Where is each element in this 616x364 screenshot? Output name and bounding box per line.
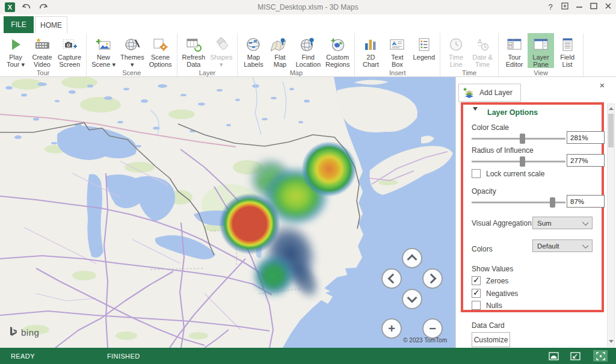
collapse-caret-icon[interactable] xyxy=(473,111,478,122)
colors-label: Colors xyxy=(472,245,493,253)
field-list-button[interactable]: FieldList xyxy=(554,33,581,68)
svg-text:A: A xyxy=(478,38,482,45)
close-button[interactable] xyxy=(603,2,614,13)
bing-logo: bing xyxy=(8,326,39,338)
find-location-button[interactable]: FindLocation xyxy=(293,33,323,68)
pan-down-button[interactable] xyxy=(402,289,422,309)
zoom-out-button[interactable]: − xyxy=(422,318,443,339)
time-line-button: TimeLine xyxy=(443,33,469,68)
ribbon-group-tour: PlayTour ▾ CreateVideo CaptureScreen Tou… xyxy=(0,33,87,76)
legend-button[interactable]: Legend xyxy=(410,33,437,61)
help-button[interactable]: ? xyxy=(545,2,556,13)
text-box-button[interactable]: A TextBox xyxy=(384,33,410,68)
tab-file[interactable]: FILE xyxy=(4,16,34,33)
opacity-label: Opacity xyxy=(472,187,496,196)
2d-chart-button[interactable]: 2DChart xyxy=(357,33,384,68)
flat-map-icon xyxy=(271,35,289,54)
2d-chart-icon xyxy=(362,35,379,54)
add-layer-button[interactable]: Add Layer xyxy=(458,84,521,102)
chevron-down-icon xyxy=(407,293,417,303)
minimize-button[interactable] xyxy=(574,2,585,13)
map-labels-button[interactable]: MapLabels xyxy=(240,33,266,68)
visual-aggregation-dropdown[interactable]: Sum xyxy=(532,217,593,229)
flat-map-button[interactable]: FlatMap xyxy=(266,33,293,68)
field-list-icon xyxy=(559,35,576,54)
shapes-button: Shapes▾ xyxy=(208,33,235,68)
shapes-icon xyxy=(212,35,230,54)
nulls-checkbox[interactable] xyxy=(472,301,481,310)
refresh-data-icon xyxy=(185,35,203,54)
pan-up-button[interactable] xyxy=(402,248,422,268)
chevron-right-icon xyxy=(427,274,437,284)
data-card-label: Data Card xyxy=(472,321,505,330)
negatives-checkbox[interactable] xyxy=(472,289,481,298)
legend-icon xyxy=(416,35,433,54)
play-tour-button[interactable]: PlayTour ▾ xyxy=(2,33,29,68)
themes-button[interactable]: Themes▾ xyxy=(118,33,147,68)
window-popout-icon[interactable] xyxy=(559,2,570,13)
bing-map-canvas[interactable]: + − bing © 2023 TomTom xyxy=(0,77,455,348)
tab-home[interactable]: HOME xyxy=(35,16,67,34)
flat-view-icon[interactable] xyxy=(546,350,561,362)
opacity-value[interactable]: 87% xyxy=(567,195,605,208)
play-tour-icon xyxy=(8,35,23,54)
colors-dropdown[interactable]: Default xyxy=(532,239,593,252)
bing-logo-icon xyxy=(8,326,18,338)
opacity-slider[interactable] xyxy=(472,197,565,208)
new-scene-button[interactable]: NewScene ▾ xyxy=(89,33,118,68)
ribbon-group-map: MapLabels FlatMap FindLocation CustomReg… xyxy=(238,33,355,76)
capture-screen-button[interactable]: CaptureScreen xyxy=(55,33,84,68)
scene-options-button[interactable]: SceneOptions xyxy=(147,33,174,68)
layer-options-title: Layer Options xyxy=(487,108,538,117)
panel-scrollbar[interactable] xyxy=(607,103,615,347)
show-values-label: Show Values xyxy=(472,265,513,273)
map-graphic xyxy=(0,77,455,348)
layer-pane-icon xyxy=(532,35,550,54)
main-area: + − bing © 2023 TomTom Add Layer × Layer… xyxy=(0,77,616,348)
date-and-time-button: A Date &Time xyxy=(469,33,496,68)
ribbon: PlayTour ▾ CreateVideo CaptureScreen Tou… xyxy=(0,33,616,77)
scrollbar-thumb[interactable] xyxy=(608,114,614,147)
negatives-label: Negatives xyxy=(486,289,518,298)
tour-editor-button[interactable]: TourEditor xyxy=(501,33,528,68)
resize-view-icon[interactable] xyxy=(568,350,582,362)
ribbon-group-layer: RefreshData Shapes▾ Layer xyxy=(177,33,238,76)
zeroes-checkbox[interactable] xyxy=(472,276,481,285)
lock-current-scale-checkbox[interactable] xyxy=(472,169,481,178)
opacity-slider-handle[interactable] xyxy=(550,197,555,208)
custom-regions-button[interactable]: CustomRegions xyxy=(323,33,352,68)
radius-of-influence-slider[interactable] xyxy=(472,156,565,167)
refresh-data-button[interactable]: RefreshData xyxy=(180,33,208,68)
zoom-in-button[interactable]: + xyxy=(381,318,402,339)
maximize-button[interactable] xyxy=(588,2,599,13)
date-and-time-icon: A xyxy=(474,35,491,54)
ribbon-group-view: TourEditor LayerPane FieldList View xyxy=(499,33,584,76)
find-location-icon xyxy=(299,35,317,54)
svg-text:A: A xyxy=(392,40,396,46)
pane-close-icon[interactable]: × xyxy=(597,81,607,90)
status-ready: READY xyxy=(11,353,35,360)
ribbon-group-time: TimeLine A Date &Time Time xyxy=(440,33,499,76)
radius-of-influence-label: Radius of Influence xyxy=(472,146,534,155)
radius-of-influence-value[interactable]: 277% xyxy=(567,154,605,167)
text-box-icon: A xyxy=(388,35,406,54)
window-title: MISC_Desktop.xlsm - 3D Maps xyxy=(0,3,616,11)
layer-pane-button[interactable]: LayerPane xyxy=(528,33,554,68)
scroll-down-icon[interactable] xyxy=(609,340,614,343)
new-scene-icon xyxy=(94,35,112,54)
customize-button[interactable]: Customize xyxy=(472,332,510,347)
pan-left-button[interactable] xyxy=(381,268,402,289)
visual-aggregation-label: Visual Aggregation xyxy=(472,219,532,227)
scene-options-icon xyxy=(152,35,170,54)
radius-slider-handle[interactable] xyxy=(520,156,525,167)
scroll-up-icon[interactable] xyxy=(609,107,614,110)
color-scale-slider[interactable] xyxy=(472,134,565,144)
themes-icon xyxy=(123,35,141,54)
create-video-button[interactable]: CreateVideo xyxy=(29,33,55,68)
status-finished: FINISHED xyxy=(107,353,140,360)
title-bar: X MISC_Desktop.xlsm - 3D Maps ? xyxy=(0,0,616,14)
fit-to-screen-icon[interactable] xyxy=(593,350,608,362)
color-scale-slider-handle[interactable] xyxy=(520,134,525,144)
color-scale-value[interactable]: 281% xyxy=(567,131,605,144)
pan-right-button[interactable] xyxy=(422,268,443,289)
